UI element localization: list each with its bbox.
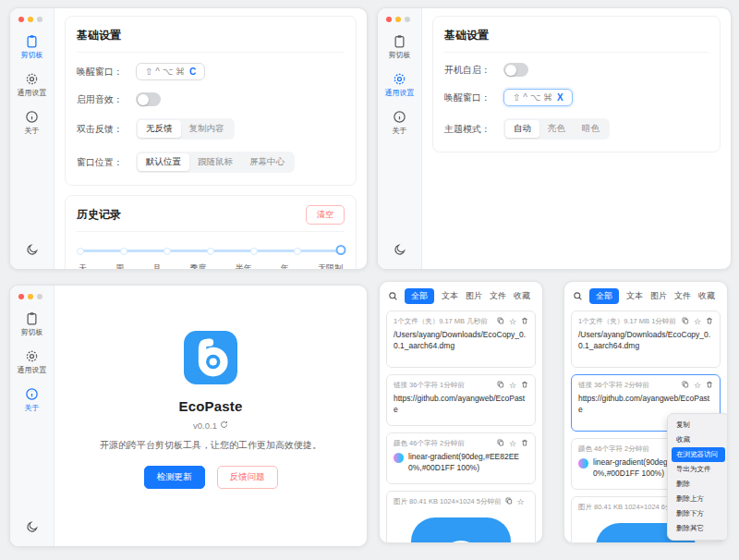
- option-theme-light[interactable]: 亮色: [539, 120, 574, 138]
- sidebar-item-clipboard[interactable]: 剪切板: [21, 311, 43, 337]
- star-icon[interactable]: ☆: [509, 318, 516, 326]
- tab-image[interactable]: 图片: [650, 290, 667, 302]
- clear-history-button[interactable]: 清空: [306, 205, 345, 225]
- tab-file[interactable]: 文件: [490, 290, 506, 302]
- slider-handle[interactable]: [336, 245, 346, 255]
- dark-mode-toggle[interactable]: [26, 520, 39, 537]
- wake-shortcut-input[interactable]: ⇧ ^ ⌥ ⌘ C: [136, 63, 205, 80]
- menu-item-delete[interactable]: 删除: [672, 477, 725, 492]
- option-screen-center[interactable]: 屏幕中心: [241, 153, 293, 171]
- list-item-file[interactable]: 1个文件（夹）9.17 MB 1分钟前 ☆ /Users/ayang/Downl…: [571, 310, 721, 368]
- autostart-toggle[interactable]: [503, 63, 528, 77]
- mark-unlimited[interactable]: 无限制: [318, 262, 343, 269]
- dark-mode-toggle[interactable]: [394, 243, 406, 260]
- slider-mark[interactable]: [164, 248, 171, 255]
- sidebar-item-general[interactable]: 通用设置: [18, 72, 47, 98]
- mark-day[interactable]: 天: [79, 262, 87, 269]
- shortcut-modifiers: ⇧ ^ ⌥ ⌘: [145, 67, 185, 77]
- close-button[interactable]: [18, 17, 24, 22]
- option-default-position[interactable]: 默认位置: [138, 153, 189, 171]
- trash-icon[interactable]: [521, 317, 528, 326]
- slider-mark[interactable]: [120, 248, 127, 255]
- wake-window-label: 唤醒窗口：: [77, 66, 136, 79]
- sidebar-item-clipboard[interactable]: 剪切板: [21, 34, 43, 60]
- menu-item-open-in-browser[interactable]: 在浏览器访问: [672, 447, 725, 462]
- option-theme-auto[interactable]: 自动: [505, 120, 539, 138]
- sidebar-item-about[interactable]: 关于: [393, 110, 407, 136]
- mark-month[interactable]: 月: [152, 262, 161, 269]
- sidebar-item-about[interactable]: 关于: [25, 110, 40, 136]
- tab-all[interactable]: 全部: [589, 288, 619, 304]
- tab-image[interactable]: 图片: [466, 290, 482, 302]
- shortcut-key: C: [189, 67, 196, 77]
- dark-mode-toggle[interactable]: [26, 243, 39, 260]
- list-item-link[interactable]: 链接 36个字符 1分钟前 ☆ https://github.com/ayang…: [386, 374, 536, 426]
- minimize-button[interactable]: [28, 294, 33, 299]
- minimize-button[interactable]: [28, 17, 33, 22]
- tab-file[interactable]: 文件: [674, 290, 691, 302]
- copy-icon[interactable]: [497, 439, 504, 448]
- menu-item-delete-below[interactable]: 删除下方: [672, 506, 725, 521]
- star-icon[interactable]: ☆: [694, 382, 701, 390]
- menu-item-export-file[interactable]: 导出为文件: [672, 462, 725, 477]
- mark-halfyear[interactable]: 半年: [236, 262, 252, 269]
- menu-item-favorite[interactable]: 收藏: [672, 432, 725, 447]
- window-clipboard-list-menu: 全部 文本 图片 文件 收藏 1个文件（夹）9.17 MB 1分钟前 ☆ /Us…: [563, 281, 728, 543]
- tab-favorite[interactable]: 收藏: [514, 290, 530, 302]
- tab-text[interactable]: 文本: [442, 290, 458, 302]
- close-button[interactable]: [386, 17, 392, 22]
- option-copy-content[interactable]: 复制内容: [181, 120, 233, 138]
- copy-icon[interactable]: [682, 381, 689, 390]
- trash-icon[interactable]: [706, 317, 713, 326]
- list-item-file[interactable]: 1个文件（夹）9.17 MB 几秒前 ☆ /Users/ayang/Downlo…: [386, 310, 536, 368]
- check-update-button[interactable]: 检测更新: [144, 466, 205, 489]
- star-icon[interactable]: ☆: [509, 440, 516, 448]
- mark-year[interactable]: 年: [281, 262, 289, 269]
- slider-mark[interactable]: [294, 248, 301, 255]
- search-icon[interactable]: [388, 291, 398, 301]
- zoom-button[interactable]: [37, 17, 42, 22]
- list-item-image[interactable]: 图片 80.41 KB 1024×1024 5分钟前 ☆: [386, 491, 536, 542]
- option-theme-dark[interactable]: 暗色: [574, 120, 608, 138]
- mark-quarter[interactable]: 季度: [189, 262, 206, 269]
- star-icon[interactable]: ☆: [694, 318, 701, 326]
- tab-text[interactable]: 文本: [626, 290, 643, 302]
- zoom-button[interactable]: [405, 17, 410, 22]
- window-clipboard-list: 全部 文本 图片 文件 收藏 1个文件（夹）9.17 MB 几秒前 ☆ /Use…: [379, 281, 543, 543]
- copy-icon[interactable]: [682, 317, 689, 326]
- copy-icon[interactable]: [497, 381, 504, 390]
- option-follow-mouse[interactable]: 跟随鼠标: [189, 153, 241, 171]
- menu-item-delete-above[interactable]: 删除上方: [672, 492, 725, 506]
- close-button[interactable]: [18, 294, 24, 299]
- trash-icon[interactable]: [706, 381, 713, 390]
- sidebar-item-clipboard[interactable]: 剪切板: [389, 34, 411, 60]
- menu-item-delete-others[interactable]: 删除其它: [672, 521, 725, 536]
- star-icon[interactable]: ☆: [517, 498, 525, 506]
- sidebar-item-general[interactable]: 通用设置: [385, 72, 415, 98]
- slider-mark[interactable]: [207, 248, 214, 255]
- search-icon[interactable]: [573, 291, 583, 301]
- sound-toggle[interactable]: [136, 92, 161, 106]
- menu-item-copy[interactable]: 复制: [672, 418, 725, 432]
- mark-week[interactable]: 周: [115, 262, 124, 269]
- minimize-button[interactable]: [395, 17, 401, 22]
- wake-shortcut-input[interactable]: ⇧ ^ ⌥ ⌘ X: [503, 89, 573, 106]
- copy-icon[interactable]: [497, 317, 504, 326]
- tab-all[interactable]: 全部: [405, 288, 434, 304]
- slider-mark[interactable]: [77, 248, 84, 255]
- tab-favorite[interactable]: 收藏: [698, 290, 715, 302]
- trash-icon[interactable]: [521, 439, 528, 448]
- refresh-icon[interactable]: [220, 420, 228, 431]
- slider-mark[interactable]: [250, 248, 258, 255]
- zoom-button[interactable]: [37, 294, 42, 299]
- duration-slider[interactable]: [80, 245, 341, 256]
- copy-icon[interactable]: [505, 497, 513, 506]
- basic-settings-card: 基础设置 唤醒窗口： ⇧ ^ ⌥ ⌘ C 启用音效： 双击反馈： 无反馈 复制内…: [65, 16, 357, 186]
- sidebar-item-general[interactable]: 通用设置: [18, 349, 47, 375]
- list-item-color[interactable]: 颜色 46个字符 2分钟前 ☆ linear-gradient(90deg,#E…: [386, 432, 536, 484]
- sidebar-item-about[interactable]: 关于: [25, 387, 40, 413]
- trash-icon[interactable]: [521, 381, 528, 390]
- option-no-feedback[interactable]: 无反馈: [138, 120, 181, 138]
- star-icon[interactable]: ☆: [509, 382, 516, 390]
- feedback-button[interactable]: 反馈问题: [217, 466, 278, 489]
